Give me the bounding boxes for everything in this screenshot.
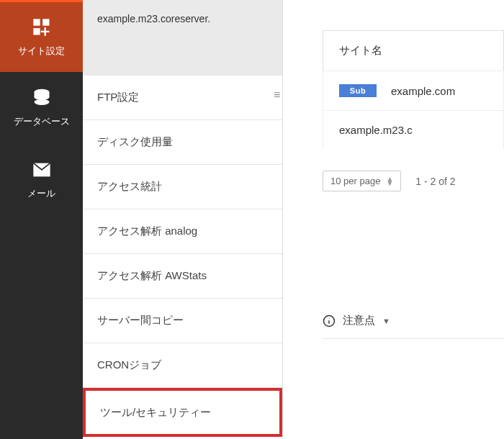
notice-toggle[interactable]: 注意点 ▼ (323, 314, 504, 339)
submenu-item-tools-security[interactable]: ツール/セキュリティー (83, 388, 282, 437)
submenu-item-analog[interactable]: アクセス解析 analog (83, 209, 282, 254)
table-header-site-name: サイト名 (323, 30, 504, 71)
domain-name: example.com (391, 85, 455, 97)
main-content: サイト名 Sub example.com Main example.m23.c … (283, 0, 504, 439)
svg-point-5 (34, 99, 49, 105)
sidebar: サイト設定 データベース メール (0, 0, 83, 439)
info-icon (323, 314, 336, 327)
svg-rect-0 (33, 19, 40, 25)
sidebar-item-site-settings[interactable]: サイト設定 (0, 0, 83, 72)
table-row[interactable]: Main example.m23.c (323, 110, 504, 149)
submenu-item-cron[interactable]: CRONジョブ (83, 343, 282, 388)
submenu-header: example.m23.coreserver. (83, 0, 282, 76)
database-icon (32, 88, 52, 108)
sidebar-item-label: データベース (14, 115, 70, 128)
submenu-item-awstats[interactable]: アクセス解析 AWStats (83, 254, 282, 299)
grid-plus-icon (32, 17, 52, 37)
sort-icon: ▲▼ (386, 177, 393, 186)
submenu: example.m23.coreserver. FTP設定 ディスク使用量 アク… (83, 0, 283, 439)
sidebar-item-label: メール (27, 187, 55, 200)
submenu-item-access-stats[interactable]: アクセス統計 (83, 165, 282, 209)
pagination-controls: 10 per page ▲▼ 1 - 2 of 2 (323, 171, 504, 191)
svg-rect-2 (33, 28, 40, 35)
sidebar-item-label: サイト設定 (18, 45, 65, 58)
per-page-select[interactable]: 10 per page ▲▼ (323, 171, 401, 191)
drag-handle-icon[interactable]: ≡ (274, 94, 280, 96)
pagination-count: 1 - 2 of 2 (415, 176, 455, 187)
chevron-down-icon: ▼ (382, 317, 390, 325)
mail-icon (32, 160, 52, 180)
badge-sub: Sub (339, 84, 377, 97)
svg-point-4 (34, 94, 49, 100)
sidebar-item-database[interactable]: データベース (0, 72, 83, 144)
domain-name: example.m23.c (339, 124, 413, 136)
table-row[interactable]: Sub example.com (323, 71, 504, 110)
sidebar-item-mail[interactable]: メール (0, 144, 83, 216)
submenu-item-server-copy[interactable]: サーバー間コピー (83, 299, 282, 343)
submenu-item-ftp[interactable]: FTP設定 (83, 76, 282, 120)
submenu-item-disk-usage[interactable]: ディスク使用量 (83, 120, 282, 165)
svg-rect-1 (42, 19, 49, 25)
